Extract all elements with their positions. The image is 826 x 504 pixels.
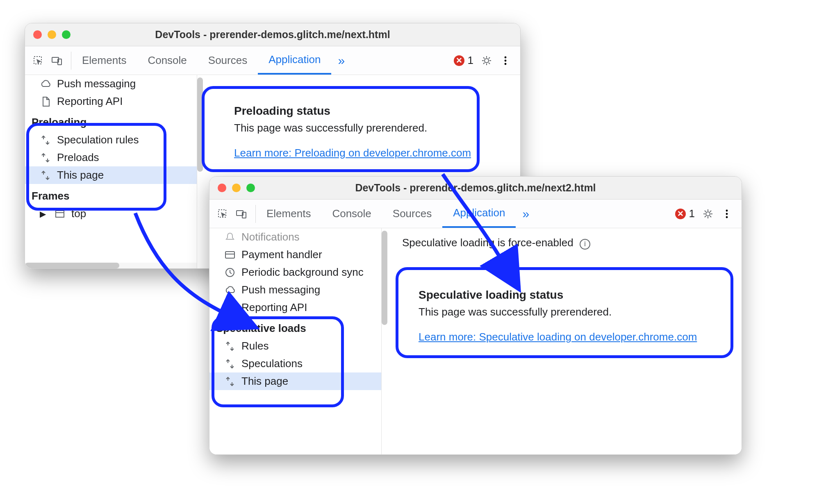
sidebar-section-preloading[interactable]: Preloading: [25, 110, 197, 131]
window-controls: [218, 184, 255, 192]
error-icon: ✕: [675, 209, 686, 219]
sidebar-section-speculative-loads[interactable]: Speculative loads: [209, 316, 381, 337]
sidebar-item-frames-top[interactable]: ▶ top: [25, 205, 197, 222]
sidebar-item-notifications[interactable]: Notifications: [209, 228, 381, 246]
inspect-icon[interactable]: [217, 208, 228, 220]
error-count-value: 1: [468, 54, 473, 67]
tab-application[interactable]: Application: [258, 46, 331, 75]
sidebar-item-label: Payment handler: [241, 248, 322, 261]
sidebar-item-reporting[interactable]: Reporting API: [25, 93, 197, 110]
sidebar-section-frames[interactable]: Frames: [25, 184, 197, 205]
gear-icon[interactable]: [481, 55, 492, 66]
top-notice: Speculative loading is force-enabled i: [402, 236, 590, 250]
sidebar-item-label: Reporting API: [241, 301, 307, 314]
clock-icon: [224, 267, 236, 278]
sidebar-item-label: Speculation rules: [57, 134, 139, 146]
gear-icon[interactable]: [702, 208, 714, 220]
sidebar-item-label: This page: [241, 375, 288, 388]
preloading-status-heading: Preloading status: [234, 104, 492, 118]
device-icon[interactable]: [236, 208, 247, 220]
main-panel: Speculative loading is force-enabled i S…: [382, 228, 742, 454]
vertical-scrollbar[interactable]: [382, 231, 387, 325]
sidebar: Notifications Payment handler Periodic b…: [209, 228, 382, 454]
tabs-overflow[interactable]: »: [516, 207, 536, 221]
sidebar-item-this-page[interactable]: This page: [209, 372, 381, 390]
speculative-loading-status-body: This page was successfully prerendered.: [419, 306, 713, 318]
cloud-icon: [40, 78, 51, 90]
updown-icon: [40, 152, 51, 163]
sidebar-item-label: Rules: [241, 340, 269, 352]
sidebar-item-speculations[interactable]: Speculations: [209, 355, 381, 372]
updown-icon: [224, 358, 236, 370]
tab-application[interactable]: Application: [442, 200, 516, 228]
sidebar-item-reporting[interactable]: Reporting API: [209, 299, 381, 316]
error-icon: ✕: [454, 55, 464, 66]
sidebar-item-label: Push messaging: [57, 77, 136, 90]
sidebar-item-label: This page: [57, 169, 104, 182]
info-icon[interactable]: i: [580, 239, 590, 250]
tab-sources[interactable]: Sources: [382, 200, 442, 228]
bell-icon: [224, 232, 236, 243]
sidebar-item-label: Reporting API: [57, 95, 123, 108]
error-count[interactable]: ✕ 1: [454, 54, 473, 67]
tab-elements[interactable]: Elements: [256, 200, 321, 228]
cloud-icon: [224, 284, 236, 296]
maximize-icon[interactable]: [246, 184, 255, 192]
speculative-loading-status-link[interactable]: Learn more: Speculative loading on devel…: [419, 331, 697, 343]
sidebar-item-label: Periodic background sync: [241, 266, 364, 279]
window-controls: [33, 30, 71, 39]
top-notice-text: Speculative loading is force-enabled: [402, 236, 573, 249]
frame-icon: [54, 208, 66, 220]
sidebar-item-label: Push messaging: [241, 284, 320, 296]
error-count-value: 1: [689, 207, 695, 220]
card-icon: [224, 249, 236, 261]
window-title: DevTools - prerender-demos.glitch.me/nex…: [33, 29, 512, 41]
close-icon[interactable]: [33, 30, 42, 39]
sidebar-item-periodic[interactable]: Periodic background sync: [209, 263, 381, 281]
tab-sources[interactable]: Sources: [198, 46, 258, 75]
expand-arrow-icon[interactable]: ▶: [40, 209, 46, 219]
more-icon[interactable]: [721, 208, 733, 220]
sidebar-item-push[interactable]: Push messaging: [25, 75, 197, 93]
updown-icon: [224, 341, 236, 352]
minimize-icon[interactable]: [48, 30, 56, 39]
close-icon[interactable]: [218, 184, 226, 192]
sidebar-item-speculation-rules[interactable]: Speculation rules: [25, 131, 197, 149]
device-icon[interactable]: [51, 55, 63, 66]
updown-icon: [40, 170, 51, 181]
tab-console[interactable]: Console: [321, 200, 382, 228]
sidebar-item-preloads[interactable]: Preloads: [25, 149, 197, 166]
sidebar-item-rules[interactable]: Rules: [209, 337, 381, 355]
preloading-status-link[interactable]: Learn more: Preloading on developer.chro…: [234, 147, 471, 159]
sidebar-item-label: Speculations: [241, 357, 303, 370]
file-icon: [40, 96, 51, 107]
sidebar: Push messaging Reporting API Preloading …: [25, 75, 197, 268]
sidebar-item-this-page[interactable]: This page: [25, 166, 197, 184]
tabs-overflow[interactable]: »: [331, 54, 351, 68]
updown-icon: [224, 376, 236, 387]
error-count[interactable]: ✕ 1: [675, 207, 695, 220]
preloading-status-body: This page was successfully prerendered.: [234, 122, 492, 134]
maximize-icon[interactable]: [62, 30, 71, 39]
inspect-icon[interactable]: [32, 55, 44, 66]
tab-strip: Elements Console Sources Application » ✕…: [209, 200, 742, 228]
horizontal-scrollbar[interactable]: [25, 263, 197, 268]
sidebar-item-label: top: [71, 207, 86, 220]
tab-console[interactable]: Console: [137, 46, 197, 75]
tab-strip: Elements Console Sources Application » ✕…: [25, 46, 520, 75]
titlebar: DevTools - prerender-demos.glitch.me/nex…: [25, 23, 520, 46]
titlebar: DevTools - prerender-demos.glitch.me/nex…: [209, 177, 742, 200]
sidebar-item-label: Notifications: [241, 231, 300, 243]
sidebar-item-label: Preloads: [57, 151, 99, 164]
file-icon: [224, 302, 236, 313]
updown-icon: [40, 134, 51, 146]
minimize-icon[interactable]: [232, 184, 241, 192]
window-title: DevTools - prerender-demos.glitch.me/nex…: [218, 182, 733, 194]
tab-elements[interactable]: Elements: [71, 46, 137, 75]
devtools-window-after: DevTools - prerender-demos.glitch.me/nex…: [209, 176, 742, 455]
sidebar-item-push[interactable]: Push messaging: [209, 281, 381, 299]
vertical-scrollbar[interactable]: [197, 77, 203, 172]
more-icon[interactable]: [500, 55, 511, 66]
speculative-loading-status-heading: Speculative loading status: [419, 288, 713, 302]
sidebar-item-payment[interactable]: Payment handler: [209, 246, 381, 263]
